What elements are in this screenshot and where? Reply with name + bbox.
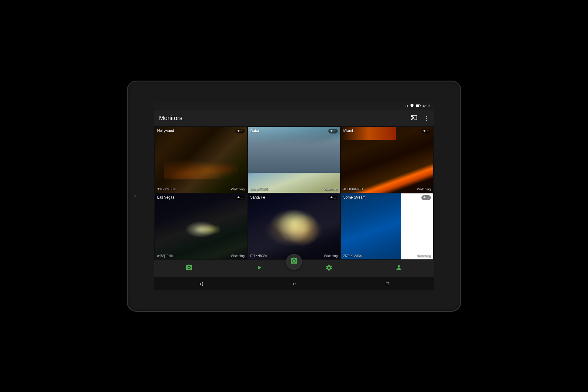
- camera-viewers: 👁 1: [328, 129, 338, 134]
- android-nav-bar: ◁ ○ □: [154, 277, 434, 290]
- nav-account[interactable]: [390, 260, 408, 277]
- viewer-count: 1: [334, 196, 336, 199]
- camera-location: Some Stream: [343, 195, 365, 199]
- camera-location: Miami: [343, 129, 353, 133]
- camera-cell-hollywood[interactable]: Hollywood 👁 1 3S1YsYeB3w Watching: [155, 127, 247, 193]
- nav-play[interactable]: [250, 260, 268, 277]
- app-bar-actions: ⋮: [411, 115, 429, 122]
- eye-icon: 👁: [330, 129, 333, 133]
- nav-camera[interactable]: [180, 260, 198, 277]
- tablet-screen: ⊖ 4:13 Monitors: [154, 102, 434, 290]
- camera-status: Watching: [231, 187, 245, 191]
- svg-rect-2: [420, 105, 420, 106]
- stream-id: WzsgcRTa05: [250, 188, 268, 191]
- camera-status: Watching: [417, 187, 431, 191]
- camera-status: Watching: [417, 254, 431, 258]
- camera-grid: Hollywood 👁 1 3S1YsYeB3w Watching: [154, 126, 434, 260]
- viewer-count: 1: [334, 129, 336, 133]
- play-icon: [255, 264, 263, 273]
- status-bar: ⊖ 4:13: [154, 102, 434, 110]
- camera-overlay: Qatar 👁 1 WzsgcRTa05 Watching: [248, 127, 340, 193]
- bottom-navigation: [154, 260, 434, 277]
- camera-location: Hollywood: [157, 129, 174, 133]
- account-icon: [395, 264, 403, 273]
- eye-icon: 👁: [237, 129, 240, 133]
- viewer-count: 1: [427, 196, 429, 199]
- viewer-count: 1: [241, 129, 243, 133]
- camera-cell-qatar[interactable]: Qatar 👁 1 WzsgcRTa05 Watching: [248, 127, 340, 193]
- camera-icon: [185, 264, 193, 273]
- camera-viewers: 👁 1: [421, 129, 431, 134]
- page-title: Monitors: [159, 115, 411, 122]
- camera-cell-santafe[interactable]: Santa Fe 👁 1 f7tTXzBCSx Watching: [248, 193, 340, 259]
- eye-icon: 👁: [237, 196, 240, 199]
- tablet-device: ⊖ 4:13 Monitors: [127, 81, 461, 312]
- svg-point-0: [412, 107, 412, 108]
- settings-icon: [325, 264, 333, 273]
- overflow-menu-button[interactable]: ⋮: [424, 115, 429, 122]
- camera-overlay: Las Vegas 👁 1 ed7SjJEt9h Watching: [155, 193, 247, 259]
- camera-location: Qatar: [250, 129, 259, 133]
- camera-viewers: 👁 1: [328, 195, 338, 200]
- eye-icon: 👁: [330, 196, 333, 199]
- camera-status: Watching: [324, 187, 338, 191]
- battery-icon: [416, 104, 421, 108]
- fab-capture-button[interactable]: [286, 254, 302, 270]
- recents-button[interactable]: □: [386, 281, 389, 286]
- content-area: Hollywood 👁 1 3S1YsYeB3w Watching: [154, 126, 434, 277]
- camera-viewers: 👁 1: [421, 195, 431, 200]
- viewer-count: 1: [241, 196, 243, 199]
- status-time: 4:13: [423, 104, 430, 108]
- camera-cell-miami[interactable]: Miami 👁 1 AU08BRMY9J Watching: [341, 127, 433, 193]
- front-camera: [134, 195, 136, 197]
- camera-viewers: 👁 1: [235, 129, 245, 134]
- camera-cell-somestream[interactable]: Some Stream 👁 1 ZK7eK4A8Ns Watching: [341, 193, 433, 259]
- camera-overlay: Santa Fe 👁 1 f7tTXzBCSx Watching: [248, 193, 340, 259]
- stream-id: f7tTXzBCSx: [250, 254, 267, 258]
- camera-overlay: Hollywood 👁 1 3S1YsYeB3w Watching: [155, 127, 247, 193]
- wifi-icon: [410, 104, 414, 108]
- stream-id: 3S1YsYeB3w: [157, 188, 175, 191]
- cast-button[interactable]: [411, 115, 417, 122]
- fab-camera-icon: [290, 257, 298, 267]
- viewer-count: 1: [427, 129, 429, 133]
- back-button[interactable]: ◁: [199, 281, 203, 286]
- eye-icon: 👁: [423, 196, 426, 199]
- camera-viewers: 👁 1: [235, 195, 245, 200]
- svg-rect-3: [416, 105, 419, 107]
- camera-overlay: Some Stream 👁 1 ZK7eK4A8Ns Watching: [341, 193, 433, 259]
- nav-settings[interactable]: [320, 260, 338, 277]
- camera-location: Las Vegas: [157, 195, 174, 199]
- stream-id: ZK7eK4A8Ns: [343, 254, 362, 258]
- eye-icon: 👁: [423, 129, 426, 133]
- camera-location: Santa Fe: [250, 195, 265, 199]
- stream-id: AU08BRMY9J: [343, 188, 363, 191]
- camera-cell-lasvegas[interactable]: Las Vegas 👁 1 ed7SjJEt9h Watching: [155, 193, 247, 259]
- app-bar: Monitors ⋮: [154, 110, 434, 126]
- camera-status: Watching: [324, 254, 338, 258]
- camera-status: Watching: [231, 254, 245, 258]
- stream-id: ed7SjJEt9h: [157, 254, 173, 258]
- home-button[interactable]: ○: [293, 281, 296, 286]
- camera-overlay: Miami 👁 1 AU08BRMY9J Watching: [341, 127, 433, 193]
- signal-icon: ⊖: [405, 104, 408, 108]
